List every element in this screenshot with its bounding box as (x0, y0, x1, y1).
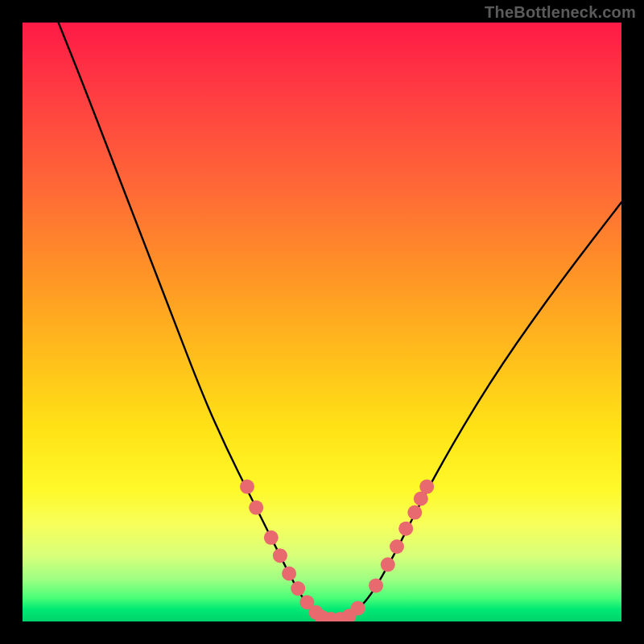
sample-dot (249, 501, 263, 515)
sample-dot (407, 506, 422, 520)
sample-dot (282, 567, 296, 581)
stage: TheBottleneck.com (0, 0, 644, 644)
sample-dot (419, 480, 434, 494)
sample-dot (390, 539, 404, 554)
watermark-text: TheBottleneck.com (485, 3, 636, 22)
sample-dot (273, 548, 287, 563)
sample-dot (351, 601, 365, 616)
sample-dot (398, 522, 413, 536)
sample-dot (264, 530, 279, 545)
bottleneck-curve (59, 23, 621, 619)
sample-dot (291, 581, 305, 596)
plot-area (23, 23, 621, 621)
sample-dot (240, 480, 254, 494)
chart-svg (23, 23, 621, 621)
sample-dot (369, 578, 383, 592)
sample-dots-group (240, 480, 434, 621)
sample-dot (381, 557, 395, 572)
